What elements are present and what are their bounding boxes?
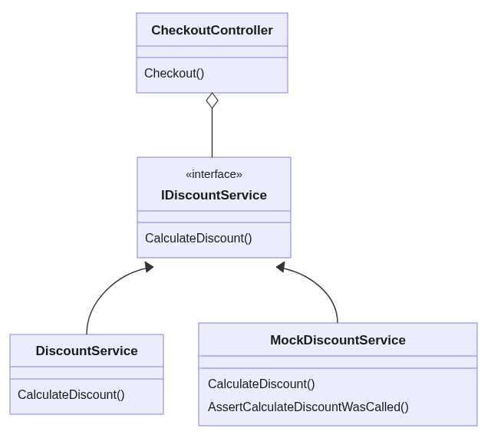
stereotype-interface: «interface» — [186, 167, 242, 180]
member-assert-was-called: AssertCalculateDiscountWasCalled() — [208, 400, 409, 413]
aggregation-diamond-icon — [206, 93, 218, 108]
member-calculate-discount-real: CalculateDiscount() — [18, 388, 125, 401]
realization-arrowhead-icon — [145, 262, 153, 272]
connector-realization-discount — [87, 262, 153, 334]
member-checkout: Checkout() — [144, 67, 204, 80]
class-checkout-controller: CheckoutController Checkout() — [137, 13, 288, 93]
realization-arrowhead-icon — [276, 262, 285, 272]
class-name-idiscount-service: IDiscountService — [161, 188, 267, 203]
class-discount-service: DiscountService CalculateDiscount() — [10, 334, 163, 414]
class-idiscount-service: «interface» IDiscountService CalculateDi… — [137, 157, 291, 258]
class-name-mock-discount-service: MockDiscountService — [270, 333, 406, 348]
uml-class-diagram: CheckoutController Checkout() «interface… — [0, 0, 491, 448]
class-name-checkout-controller: CheckoutController — [151, 23, 273, 38]
connector-aggregation — [206, 93, 218, 157]
connector-realization-mock — [276, 262, 338, 323]
class-mock-discount-service: MockDiscountService CalculateDiscount() … — [199, 323, 477, 426]
member-calculate-discount-mock: CalculateDiscount() — [208, 377, 315, 390]
class-name-discount-service: DiscountService — [35, 344, 137, 358]
member-calculate-discount-iface: CalculateDiscount() — [145, 232, 252, 245]
